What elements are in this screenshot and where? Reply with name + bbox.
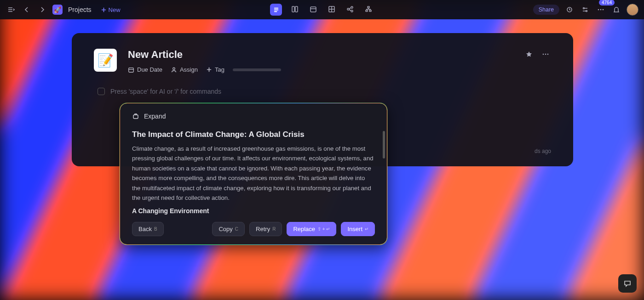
svg-rect-0	[274, 7, 278, 8]
expand-label: Expand	[144, 113, 166, 120]
due-date-button[interactable]: Due Date	[128, 66, 162, 73]
view-table-icon[interactable]	[326, 4, 337, 15]
credit-badge: 4764	[599, 0, 615, 6]
svg-rect-3	[292, 6, 294, 12]
view-calendar-icon[interactable]	[308, 4, 319, 15]
editor-placeholder[interactable]: Press 'space' for AI or '/' for commands	[110, 88, 221, 95]
svg-point-22	[545, 54, 546, 55]
more-icon[interactable]	[595, 4, 606, 15]
card-more-icon[interactable]	[540, 49, 551, 60]
avatar[interactable]	[627, 4, 638, 16]
timestamp: ds ago	[535, 148, 551, 154]
article-emoji-icon[interactable]: 📝	[94, 49, 117, 72]
back-key: B	[154, 226, 157, 232]
article-title[interactable]: New Article	[128, 49, 512, 61]
svg-point-17	[600, 9, 602, 11]
replace-button[interactable]: Replace ⇧ + ↵	[287, 222, 336, 236]
svg-rect-24	[133, 115, 138, 119]
svg-point-21	[543, 54, 544, 55]
replace-key: ⇧ + ↵	[317, 226, 330, 232]
svg-point-20	[173, 68, 175, 69]
ai-scrollbar[interactable]	[383, 131, 385, 158]
breadcrumb[interactable]: Projects	[68, 6, 92, 13]
svg-rect-1	[274, 9, 278, 10]
retry-button[interactable]: Retry R	[249, 222, 282, 236]
view-split-icon[interactable]	[289, 4, 300, 15]
chat-fab[interactable]	[618, 274, 637, 293]
sidebar-toggle-icon[interactable]	[6, 4, 17, 15]
svg-rect-5	[310, 7, 316, 12]
retry-key: R	[272, 226, 276, 232]
svg-point-16	[598, 9, 599, 11]
ai-subheading: A Changing Environment	[132, 207, 375, 215]
ai-paragraph: Climate change, as a result of increased…	[132, 144, 375, 203]
back-label: Back	[138, 226, 152, 232]
svg-rect-19	[129, 68, 134, 72]
share-button[interactable]: Share	[533, 5, 559, 15]
replace-label: Replace	[293, 226, 315, 232]
svg-rect-11	[366, 10, 368, 11]
svg-rect-2	[274, 11, 277, 12]
settings-icon[interactable]	[580, 4, 591, 15]
ai-heading: The Impact of Climate Change: A Global C…	[132, 130, 375, 139]
assign-label: Assign	[180, 66, 198, 73]
svg-point-14	[583, 8, 585, 9]
back-button[interactable]: Back B	[132, 222, 164, 236]
insert-label: Insert	[347, 226, 362, 232]
insert-key: ↵	[365, 226, 368, 232]
copy-button[interactable]: Copy C	[212, 222, 245, 236]
new-label: New	[109, 6, 121, 13]
insert-button[interactable]: Insert ↵	[341, 222, 375, 236]
svg-rect-10	[368, 6, 369, 8]
svg-point-18	[603, 9, 604, 11]
assign-button[interactable]: Assign	[171, 66, 198, 73]
svg-point-23	[547, 54, 549, 55]
expand-button[interactable]: Expand	[132, 113, 375, 120]
meta-placeholder	[233, 68, 281, 71]
svg-rect-12	[369, 10, 371, 11]
task-checkbox[interactable]	[98, 88, 105, 95]
refresh-icon[interactable]	[564, 4, 575, 15]
svg-rect-4	[295, 6, 298, 12]
view-org-icon[interactable]	[363, 4, 374, 15]
app-icon[interactable]: 🚀	[52, 5, 63, 15]
view-share-icon[interactable]	[345, 4, 356, 15]
svg-point-9	[351, 10, 353, 12]
star-icon[interactable]	[523, 49, 535, 60]
ai-content: The Impact of Climate Change: A Global C…	[132, 130, 375, 215]
retry-label: Retry	[256, 226, 270, 232]
new-button[interactable]: New	[101, 6, 121, 13]
tag-label: Tag	[215, 66, 224, 73]
topbar: 🚀 Projects New Share	[0, 0, 644, 19]
notifications-icon[interactable]	[611, 4, 622, 15]
svg-point-7	[347, 8, 349, 10]
copy-label: Copy	[218, 226, 232, 232]
ai-popup: Expand The Impact of Climate Change: A G…	[120, 103, 387, 245]
tag-button[interactable]: Tag	[206, 66, 224, 73]
forward-icon[interactable]	[37, 4, 48, 15]
view-doc-icon[interactable]	[270, 4, 282, 16]
svg-point-8	[351, 6, 353, 8]
due-date-label: Due Date	[137, 66, 162, 73]
copy-key: C	[235, 226, 238, 232]
svg-point-15	[586, 11, 587, 12]
back-icon[interactable]	[21, 4, 32, 15]
